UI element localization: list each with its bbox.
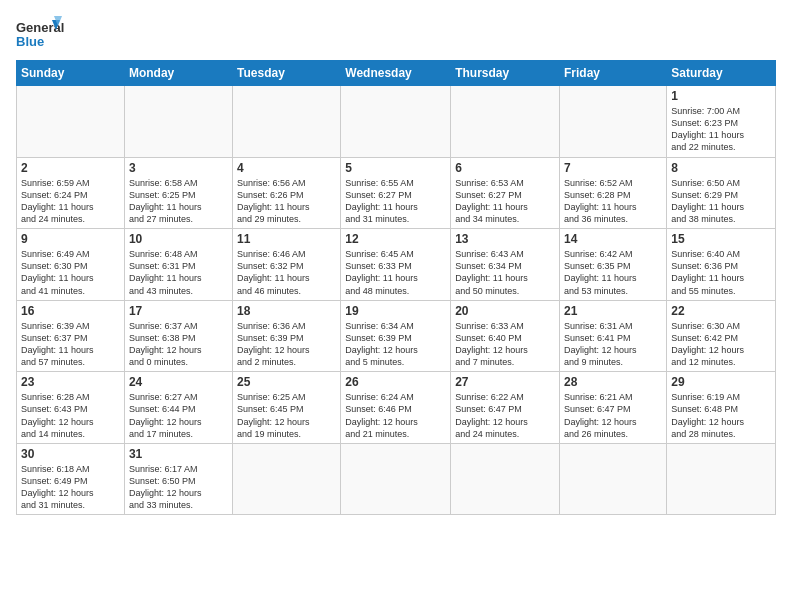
day-number: 2 (21, 161, 120, 175)
calendar-cell (341, 86, 451, 158)
day-info: Sunrise: 6:31 AM Sunset: 6:41 PM Dayligh… (564, 320, 662, 369)
page-header: General Blue (16, 16, 776, 52)
calendar-cell: 29Sunrise: 6:19 AM Sunset: 6:48 PM Dayli… (667, 372, 776, 444)
day-info: Sunrise: 7:00 AM Sunset: 6:23 PM Dayligh… (671, 105, 771, 154)
calendar-cell: 2Sunrise: 6:59 AM Sunset: 6:24 PM Daylig… (17, 157, 125, 229)
calendar-cell: 11Sunrise: 6:46 AM Sunset: 6:32 PM Dayli… (233, 229, 341, 301)
calendar-cell: 25Sunrise: 6:25 AM Sunset: 6:45 PM Dayli… (233, 372, 341, 444)
calendar-cell (341, 443, 451, 515)
day-info: Sunrise: 6:53 AM Sunset: 6:27 PM Dayligh… (455, 177, 555, 226)
calendar-cell: 22Sunrise: 6:30 AM Sunset: 6:42 PM Dayli… (667, 300, 776, 372)
day-header-wednesday: Wednesday (341, 61, 451, 86)
day-info: Sunrise: 6:28 AM Sunset: 6:43 PM Dayligh… (21, 391, 120, 440)
day-info: Sunrise: 6:21 AM Sunset: 6:47 PM Dayligh… (564, 391, 662, 440)
day-number: 10 (129, 232, 228, 246)
day-number: 9 (21, 232, 120, 246)
day-info: Sunrise: 6:24 AM Sunset: 6:46 PM Dayligh… (345, 391, 446, 440)
calendar-cell: 24Sunrise: 6:27 AM Sunset: 6:44 PM Dayli… (124, 372, 232, 444)
calendar-cell (233, 86, 341, 158)
day-header-sunday: Sunday (17, 61, 125, 86)
day-number: 5 (345, 161, 446, 175)
day-info: Sunrise: 6:30 AM Sunset: 6:42 PM Dayligh… (671, 320, 771, 369)
day-info: Sunrise: 6:42 AM Sunset: 6:35 PM Dayligh… (564, 248, 662, 297)
calendar-cell: 16Sunrise: 6:39 AM Sunset: 6:37 PM Dayli… (17, 300, 125, 372)
day-number: 30 (21, 447, 120, 461)
day-number: 1 (671, 89, 771, 103)
calendar-cell: 14Sunrise: 6:42 AM Sunset: 6:35 PM Dayli… (560, 229, 667, 301)
calendar-cell: 15Sunrise: 6:40 AM Sunset: 6:36 PM Dayli… (667, 229, 776, 301)
day-number: 11 (237, 232, 336, 246)
calendar-week-row: 2Sunrise: 6:59 AM Sunset: 6:24 PM Daylig… (17, 157, 776, 229)
day-number: 25 (237, 375, 336, 389)
calendar-cell: 10Sunrise: 6:48 AM Sunset: 6:31 PM Dayli… (124, 229, 232, 301)
calendar-cell (667, 443, 776, 515)
svg-text:Blue: Blue (16, 34, 44, 49)
calendar-cell: 18Sunrise: 6:36 AM Sunset: 6:39 PM Dayli… (233, 300, 341, 372)
day-info: Sunrise: 6:22 AM Sunset: 6:47 PM Dayligh… (455, 391, 555, 440)
calendar-cell: 8Sunrise: 6:50 AM Sunset: 6:29 PM Daylig… (667, 157, 776, 229)
day-header-friday: Friday (560, 61, 667, 86)
calendar-cell: 5Sunrise: 6:55 AM Sunset: 6:27 PM Daylig… (341, 157, 451, 229)
calendar-cell: 17Sunrise: 6:37 AM Sunset: 6:38 PM Dayli… (124, 300, 232, 372)
day-number: 14 (564, 232, 662, 246)
calendar-cell: 28Sunrise: 6:21 AM Sunset: 6:47 PM Dayli… (560, 372, 667, 444)
day-number: 13 (455, 232, 555, 246)
day-info: Sunrise: 6:58 AM Sunset: 6:25 PM Dayligh… (129, 177, 228, 226)
day-info: Sunrise: 6:45 AM Sunset: 6:33 PM Dayligh… (345, 248, 446, 297)
day-header-saturday: Saturday (667, 61, 776, 86)
day-info: Sunrise: 6:37 AM Sunset: 6:38 PM Dayligh… (129, 320, 228, 369)
day-number: 28 (564, 375, 662, 389)
day-header-monday: Monday (124, 61, 232, 86)
calendar-cell: 4Sunrise: 6:56 AM Sunset: 6:26 PM Daylig… (233, 157, 341, 229)
day-number: 24 (129, 375, 228, 389)
calendar-week-row: 16Sunrise: 6:39 AM Sunset: 6:37 PM Dayli… (17, 300, 776, 372)
day-info: Sunrise: 6:27 AM Sunset: 6:44 PM Dayligh… (129, 391, 228, 440)
calendar-cell: 23Sunrise: 6:28 AM Sunset: 6:43 PM Dayli… (17, 372, 125, 444)
calendar-cell: 19Sunrise: 6:34 AM Sunset: 6:39 PM Dayli… (341, 300, 451, 372)
day-info: Sunrise: 6:50 AM Sunset: 6:29 PM Dayligh… (671, 177, 771, 226)
day-info: Sunrise: 6:55 AM Sunset: 6:27 PM Dayligh… (345, 177, 446, 226)
calendar-cell: 3Sunrise: 6:58 AM Sunset: 6:25 PM Daylig… (124, 157, 232, 229)
calendar-cell: 12Sunrise: 6:45 AM Sunset: 6:33 PM Dayli… (341, 229, 451, 301)
day-number: 6 (455, 161, 555, 175)
calendar-cell (17, 86, 125, 158)
day-number: 4 (237, 161, 336, 175)
calendar-cell: 26Sunrise: 6:24 AM Sunset: 6:46 PM Dayli… (341, 372, 451, 444)
day-number: 31 (129, 447, 228, 461)
day-info: Sunrise: 6:25 AM Sunset: 6:45 PM Dayligh… (237, 391, 336, 440)
day-info: Sunrise: 6:43 AM Sunset: 6:34 PM Dayligh… (455, 248, 555, 297)
day-number: 27 (455, 375, 555, 389)
day-info: Sunrise: 6:34 AM Sunset: 6:39 PM Dayligh… (345, 320, 446, 369)
day-number: 16 (21, 304, 120, 318)
calendar-cell: 1Sunrise: 7:00 AM Sunset: 6:23 PM Daylig… (667, 86, 776, 158)
calendar-cell (451, 443, 560, 515)
day-number: 12 (345, 232, 446, 246)
calendar-cell (560, 86, 667, 158)
day-number: 8 (671, 161, 771, 175)
calendar-cell: 6Sunrise: 6:53 AM Sunset: 6:27 PM Daylig… (451, 157, 560, 229)
day-info: Sunrise: 6:56 AM Sunset: 6:26 PM Dayligh… (237, 177, 336, 226)
calendar-cell (233, 443, 341, 515)
day-info: Sunrise: 6:39 AM Sunset: 6:37 PM Dayligh… (21, 320, 120, 369)
calendar-cell: 31Sunrise: 6:17 AM Sunset: 6:50 PM Dayli… (124, 443, 232, 515)
calendar-cell (560, 443, 667, 515)
calendar-table: SundayMondayTuesdayWednesdayThursdayFrid… (16, 60, 776, 515)
day-number: 19 (345, 304, 446, 318)
day-info: Sunrise: 6:19 AM Sunset: 6:48 PM Dayligh… (671, 391, 771, 440)
day-number: 18 (237, 304, 336, 318)
logo-icon: General Blue (16, 16, 64, 52)
day-info: Sunrise: 6:36 AM Sunset: 6:39 PM Dayligh… (237, 320, 336, 369)
day-number: 29 (671, 375, 771, 389)
calendar-cell (124, 86, 232, 158)
day-info: Sunrise: 6:49 AM Sunset: 6:30 PM Dayligh… (21, 248, 120, 297)
calendar-cell (451, 86, 560, 158)
calendar-cell: 7Sunrise: 6:52 AM Sunset: 6:28 PM Daylig… (560, 157, 667, 229)
day-number: 21 (564, 304, 662, 318)
calendar-week-row: 9Sunrise: 6:49 AM Sunset: 6:30 PM Daylig… (17, 229, 776, 301)
calendar-week-row: 1Sunrise: 7:00 AM Sunset: 6:23 PM Daylig… (17, 86, 776, 158)
calendar-cell: 27Sunrise: 6:22 AM Sunset: 6:47 PM Dayli… (451, 372, 560, 444)
day-info: Sunrise: 6:17 AM Sunset: 6:50 PM Dayligh… (129, 463, 228, 512)
day-info: Sunrise: 6:52 AM Sunset: 6:28 PM Dayligh… (564, 177, 662, 226)
calendar-cell: 13Sunrise: 6:43 AM Sunset: 6:34 PM Dayli… (451, 229, 560, 301)
day-number: 23 (21, 375, 120, 389)
